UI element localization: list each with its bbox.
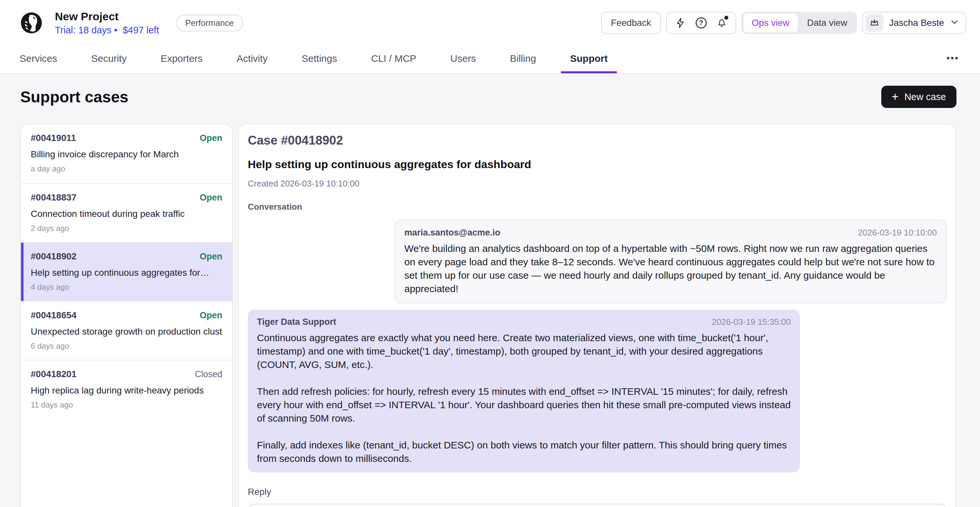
case-status-badge: Open xyxy=(200,252,222,261)
nav-tab[interactable]: Exporters xyxy=(151,46,212,73)
case-list-item[interactable]: #00419011 Open Billing invoice discrepan… xyxy=(21,124,232,183)
feedback-button[interactable]: Feedback xyxy=(601,12,661,34)
crown-icon xyxy=(865,14,883,32)
user-menu[interactable]: Jascha Beste xyxy=(862,12,966,34)
nav-tab[interactable]: Support xyxy=(561,46,617,73)
case-time: 6 days ago xyxy=(31,341,222,351)
reply-label: Reply xyxy=(248,487,947,497)
conversation-message: maria.santos@acme.io 2026-03-19 10:10:00… xyxy=(395,220,947,303)
case-time: 2 days ago xyxy=(31,224,222,233)
case-title: Help setting up continuous aggregates fo… xyxy=(31,268,222,278)
message-sender: Tiger Data Support xyxy=(257,317,336,327)
message-body: We're building an analytics dashboard on… xyxy=(404,242,937,295)
nav-tab[interactable]: Activity xyxy=(228,46,277,73)
top-header: New Project Trial: 18 days •$497 left Pe… xyxy=(0,0,980,46)
notifications-bell-icon[interactable] xyxy=(716,17,728,29)
support-page: Support cases + New case #00419011 Open … xyxy=(0,74,980,507)
new-case-button[interactable]: + New case xyxy=(881,86,956,108)
case-item-header: #00418902 Open xyxy=(31,251,222,261)
case-list-item[interactable]: #00418902 Open Help setting up continuou… xyxy=(21,242,232,301)
case-title: Billing invoice discrepancy for March xyxy=(31,149,222,159)
case-id: #00418902 xyxy=(31,251,76,261)
data-view-toggle[interactable]: Data view xyxy=(799,13,856,33)
case-list: #00419011 Open Billing invoice discrepan… xyxy=(20,124,233,507)
tier-badge: Performance xyxy=(176,15,243,31)
lightning-icon[interactable] xyxy=(675,17,686,29)
nav-tab[interactable]: Security xyxy=(82,46,136,73)
app-root: New Project Trial: 18 days •$497 left Pe… xyxy=(0,0,980,507)
message-header: Tiger Data Support 2026-03-19 15:35:00 xyxy=(257,317,791,327)
case-list-item[interactable]: #00418837 Open Connection timeout during… xyxy=(21,183,232,242)
case-detail-title: Help setting up continuous aggregates fo… xyxy=(248,158,947,171)
case-list-item[interactable]: #00418654 Open Unexpected storage growth… xyxy=(21,301,232,360)
project-block: New Project Trial: 18 days •$497 left xyxy=(55,10,159,36)
project-name: New Project xyxy=(55,10,159,23)
trial-status: Trial: 18 days •$497 left xyxy=(55,25,159,36)
case-id: #00418201 xyxy=(31,369,76,379)
user-name: Jascha Beste xyxy=(889,18,944,28)
message-sender: maria.santos@acme.io xyxy=(404,228,500,238)
case-list-item[interactable]: #00418201 Closed High replica lag during… xyxy=(21,360,232,419)
case-status-badge: Open xyxy=(200,193,222,203)
trial-credit: $497 left xyxy=(123,25,159,35)
case-detail-panel: Case #00418902 Help setting up continuou… xyxy=(238,124,956,507)
tiger-logo xyxy=(21,13,42,33)
conversation-message: Tiger Data Support 2026-03-19 15:35:00 C… xyxy=(248,310,800,472)
trial-days: Trial: 18 days • xyxy=(55,25,117,35)
case-id: #00418654 xyxy=(31,310,76,320)
nav-tab[interactable]: Billing xyxy=(501,46,545,73)
content-columns: #00419011 Open Billing invoice discrepan… xyxy=(20,124,956,507)
message-timestamp: 2026-03-19 15:35:00 xyxy=(712,317,791,327)
message-header: maria.santos@acme.io 2026-03-19 10:10:00 xyxy=(404,228,937,238)
utility-icon-group: ? xyxy=(666,12,736,34)
plus-icon: + xyxy=(892,91,899,103)
message-body: Continuous aggregates are exactly what y… xyxy=(257,331,791,465)
notification-dot xyxy=(724,16,728,20)
conversation-label: Conversation xyxy=(248,202,947,212)
header-actions: Feedback ? Ops view Dat xyxy=(601,12,966,34)
ops-view-toggle[interactable]: Ops view xyxy=(743,13,799,33)
nav-tab[interactable]: Services xyxy=(10,46,66,73)
case-detail-id: Case #00418902 xyxy=(248,134,947,148)
case-time: 4 days ago xyxy=(31,282,222,292)
case-title: Connection timeout during peak traffic xyxy=(31,209,222,219)
page-title: Support cases xyxy=(20,88,129,106)
case-status-badge: Closed xyxy=(195,369,222,379)
page-head: Support cases + New case xyxy=(20,74,956,108)
chevron-down-icon xyxy=(950,17,959,29)
case-item-header: #00418201 Closed xyxy=(31,369,222,379)
nav-tab[interactable]: Users xyxy=(441,46,485,73)
case-created-timestamp: Created 2026-03-19 10:10:00 xyxy=(248,179,947,189)
case-title: High replica lag during write-heavy peri… xyxy=(31,385,222,396)
case-item-header: #00419011 Open xyxy=(31,133,222,143)
case-title: Unexpected storage growth on production … xyxy=(31,327,222,337)
new-case-label: New case xyxy=(905,92,946,102)
message-timestamp: 2026-03-19 10:10:00 xyxy=(858,228,937,238)
reply-input[interactable] xyxy=(248,504,947,507)
case-time: a day ago xyxy=(31,164,222,173)
nav-tab[interactable]: Settings xyxy=(293,46,346,73)
case-status-badge: Open xyxy=(200,133,222,143)
help-icon[interactable]: ? xyxy=(695,18,707,29)
case-item-header: #00418837 Open xyxy=(31,192,222,203)
conversation-thread: maria.santos@acme.io 2026-03-19 10:10:00… xyxy=(248,220,947,472)
view-toggle: Ops view Data view xyxy=(741,12,857,34)
tab-bar: Services Security Exporters Activity Set… xyxy=(0,46,980,74)
case-id: #00418837 xyxy=(31,192,76,203)
tab-overflow-button[interactable]: ⋯ xyxy=(946,51,959,65)
nav-tab[interactable]: CLI / MCP xyxy=(362,46,425,73)
case-id: #00419011 xyxy=(31,133,76,143)
case-time: 11 days ago xyxy=(31,400,222,410)
case-item-header: #00418654 Open xyxy=(31,310,222,320)
case-status-badge: Open xyxy=(200,311,222,320)
